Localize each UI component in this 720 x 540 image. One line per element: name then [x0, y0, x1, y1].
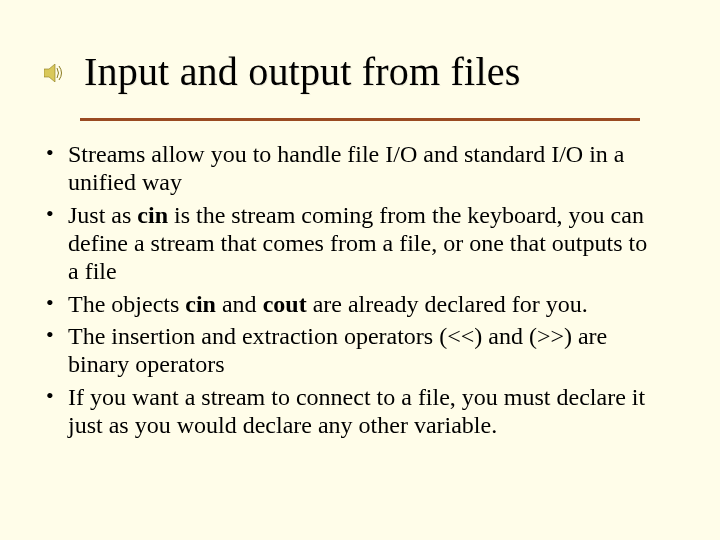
bullet-text: If you want a stream to connect to a fil… — [68, 384, 645, 438]
bullet-item: The objects cin and cout are already dec… — [40, 290, 660, 318]
bullet-item: Just as cin is the stream coming from th… — [40, 201, 660, 286]
bullet-text: Just as — [68, 202, 137, 228]
bullet-text: The insertion and extraction operators (… — [68, 323, 607, 377]
bullet-text: are already declared for you. — [307, 291, 588, 317]
bullet-text: Streams allow you to handle file I/O and… — [68, 141, 625, 195]
bullet-list: Streams allow you to handle file I/O and… — [40, 140, 660, 439]
svg-marker-0 — [44, 64, 55, 82]
bullet-text: The objects — [68, 291, 185, 317]
slide: Input and output from files Streams allo… — [0, 0, 720, 540]
speaker-icon — [44, 64, 64, 82]
slide-body: Streams allow you to handle file I/O and… — [40, 140, 660, 443]
bullet-item: If you want a stream to connect to a fil… — [40, 383, 660, 440]
bullet-item: Streams allow you to handle file I/O and… — [40, 140, 660, 197]
bullet-text-bold: cin — [137, 202, 168, 228]
title-rule — [80, 118, 640, 121]
bullet-text: and — [216, 291, 263, 317]
bullet-text-bold: cin — [185, 291, 216, 317]
bullet-item: The insertion and extraction operators (… — [40, 322, 660, 379]
slide-title: Input and output from files — [84, 48, 660, 95]
bullet-text-bold: cout — [263, 291, 307, 317]
